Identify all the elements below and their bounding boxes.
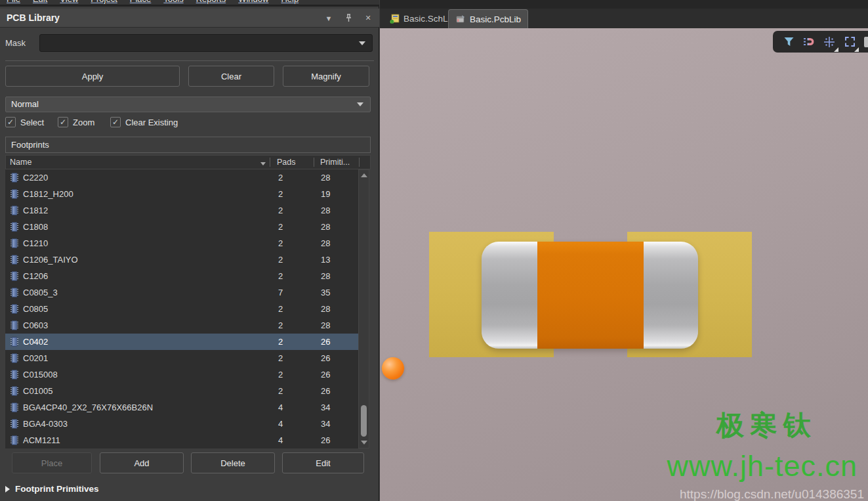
footprint-row[interactable]: C015008 2 26	[5, 366, 358, 383]
clear-existing-checkbox[interactable]: ✓ Clear Existing	[110, 117, 178, 127]
origin-marker[interactable]	[382, 357, 404, 380]
pcb-3d-canvas[interactable]: 极寒钛 www.jh-tec.cn https://blog.csdn.net/…	[380, 28, 868, 501]
view-mode-dropdown[interactable]: Normal	[5, 97, 371, 112]
pin-icon[interactable]	[344, 14, 353, 23]
mask-dropdown[interactable]	[39, 34, 373, 52]
footprint-primitives-count: 28	[314, 238, 358, 248]
footprint-row[interactable]: BGA4-0303 4 34	[5, 416, 358, 432]
chevron-down-icon[interactable]: ▼	[324, 14, 333, 23]
menu-item[interactable]: File	[7, 0, 20, 4]
footprint-row[interactable]: C0603 2 28	[5, 317, 358, 334]
footprint-primitives-count: 19	[314, 189, 358, 199]
delete-button[interactable]: Delete	[191, 452, 275, 473]
footprint-name: BGA4CP40_2X2_76X76X66B26N	[23, 403, 270, 412]
menu-item[interactable]: View	[60, 0, 78, 4]
options-row: ✓ Select ✓ Zoom ✓ Clear Existing	[0, 117, 379, 130]
column-header-primitives[interactable]: Primiti...	[314, 158, 359, 167]
watermark-site-url: www.jh-tec.cn	[667, 451, 864, 481]
zoom-checkbox[interactable]: ✓ Zoom	[58, 117, 94, 127]
footprint-row[interactable]: C1206 2 28	[5, 268, 358, 284]
footprints-section-header: Footprints	[5, 137, 371, 153]
footprint-row[interactable]: C1808 2 28	[5, 219, 358, 235]
footprint-name: C0201	[23, 353, 270, 363]
scrollbar-thumb[interactable]	[361, 405, 367, 437]
scroll-down-icon[interactable]	[361, 441, 367, 445]
footprint-chip-icon	[5, 287, 23, 298]
footprint-name: C1206	[23, 271, 270, 281]
apply-button[interactable]: Apply	[5, 66, 180, 87]
footprint-row[interactable]: C2220 2 28	[5, 169, 358, 186]
selection-box-icon[interactable]	[842, 35, 857, 49]
footprint-chip-icon	[5, 320, 23, 331]
column-header-pads[interactable]: Pads	[270, 158, 314, 167]
column-separator[interactable]	[359, 158, 360, 167]
tab-basic-pcblib[interactable]: Basic.PcbLib	[448, 9, 528, 28]
filter-icon[interactable]	[781, 35, 796, 49]
dropdown-arrow-icon	[359, 41, 365, 45]
footprint-row[interactable]: C0805 2 28	[5, 301, 358, 317]
footprint-name: BGA4-0303	[23, 419, 270, 429]
footprint-pads-count: 7	[270, 288, 314, 297]
altium-pcb-library-window: FileEditViewProjectPlaceToolsReportsWind…	[0, 0, 868, 501]
vertical-scrollbar[interactable]	[358, 169, 369, 448]
footprint-chip-icon	[5, 271, 23, 282]
footprint-pads-count: 2	[270, 189, 314, 199]
view-mode-value: Normal	[11, 99, 39, 109]
footprint-row[interactable]: C1812_H200 2 19	[5, 186, 358, 202]
footprints-table-header[interactable]: Name Pads Primiti...	[5, 155, 371, 169]
capacitor-body[interactable]	[482, 242, 698, 349]
pcb-library-panel: FileEditViewProjectPlaceToolsReportsWind…	[0, 0, 379, 501]
footprint-chip-icon	[5, 353, 23, 364]
dropdown-corner-icon	[834, 47, 838, 52]
footprint-row[interactable]: C1812 2 28	[5, 202, 358, 219]
panel-title: PCB Library	[0, 12, 60, 23]
footprint-chip-icon	[5, 385, 23, 397]
document-tab-bar: Basic.SchLib Basic.PcbLib	[380, 9, 868, 28]
menu-item[interactable]: Project	[91, 0, 117, 4]
menu-item[interactable]: Window	[238, 0, 268, 4]
edit-button[interactable]: Edit	[282, 452, 364, 473]
collapse-arrow-icon[interactable]	[5, 486, 10, 492]
clipped-toolbar-icon[interactable]	[864, 37, 868, 47]
footprint-primitives-count: 34	[314, 403, 358, 412]
menu-item[interactable]: Tools	[163, 0, 183, 4]
footprint-name: C2220	[23, 173, 270, 183]
footprint-row[interactable]: C0805_3 7 35	[5, 284, 358, 301]
crosshair-icon[interactable]	[822, 35, 837, 49]
footprint-primitives-section[interactable]: Footprint Primitives	[5, 484, 99, 494]
footprint-primitives-count: 28	[314, 222, 358, 232]
select-checkbox[interactable]: ✓ Select	[5, 117, 44, 127]
menu-item[interactable]: Help	[281, 0, 299, 4]
footprint-pads-count: 2	[270, 320, 314, 330]
footprint-row[interactable]: C1206_TAIYO 2 13	[5, 251, 358, 268]
close-icon[interactable]: ✕	[363, 14, 373, 23]
footprint-name: C1812_H200	[23, 189, 270, 199]
footprint-row[interactable]: C0402 2 26	[5, 334, 358, 350]
footprint-row[interactable]: C1210 2 28	[5, 235, 358, 251]
footprint-row[interactable]: C01005 2 26	[5, 383, 358, 399]
capacitor-ceramic-band	[537, 242, 644, 349]
footprint-primitives-count: 26	[314, 353, 358, 363]
magnify-button[interactable]: Magnify	[283, 66, 369, 87]
sort-arrow-icon[interactable]	[260, 162, 266, 165]
magnet-icon[interactable]	[802, 35, 816, 49]
footprint-primitives-count: 28	[314, 206, 358, 215]
footprint-row[interactable]: BGA4CP40_2X2_76X76X66B26N 4 34	[5, 399, 358, 416]
column-header-name[interactable]: Name	[6, 158, 270, 167]
footprint-primitives-count: 34	[314, 419, 358, 429]
footprint-pads-count: 2	[270, 255, 314, 265]
footprint-primitives-count: 28	[314, 304, 358, 314]
clear-button[interactable]: Clear	[188, 66, 274, 87]
menu-item[interactable]: Place	[130, 0, 152, 4]
menu-item[interactable]: Reports	[196, 0, 226, 4]
footprint-chip-icon	[5, 402, 23, 413]
footprint-row[interactable]: C0201 2 26	[5, 350, 358, 366]
checkbox-check-icon: ✓	[5, 117, 16, 127]
footprint-row[interactable]: ACM1211 4 26	[5, 432, 358, 448]
footprint-name: C015008	[23, 370, 270, 380]
watermark-brand-text: 极寒钛	[667, 412, 864, 439]
menu-item[interactable]: Edit	[33, 0, 47, 4]
add-button[interactable]: Add	[100, 452, 184, 473]
scroll-up-icon[interactable]	[361, 173, 367, 177]
document-area: Basic.SchLib Basic.PcbLib	[380, 0, 868, 501]
